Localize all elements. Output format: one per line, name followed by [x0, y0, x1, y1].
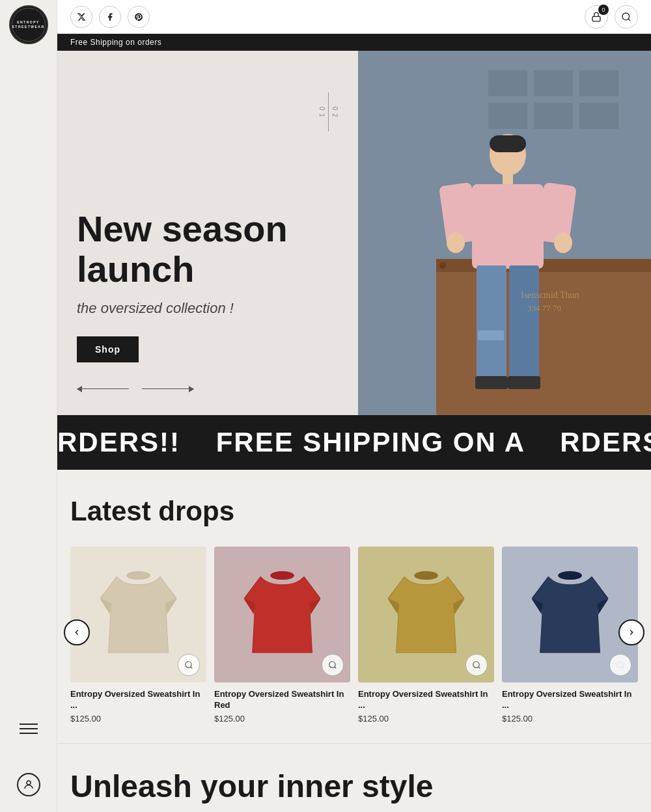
svg-rect-7	[579, 70, 618, 96]
free-shipping-text: Free Shipping on orders	[70, 38, 161, 47]
svg-text:334 77 70: 334 77 70	[527, 303, 561, 313]
marquee-text: RDERS!! FREE SHIPPING ON A RDERS!! FREE …	[57, 427, 651, 458]
pinterest-button[interactable]	[128, 6, 150, 28]
product-price-3: $125.00	[358, 714, 494, 724]
svg-point-22	[447, 232, 465, 253]
bottom-title: Unleash your inner style	[70, 770, 638, 804]
products-grid: Entropy Oversized Sweatshirt In ... $125…	[70, 547, 638, 724]
svg-rect-25	[509, 265, 539, 383]
main-content: 0 Free Shipping on orders 0 2 0 1 New se…	[57, 0, 651, 812]
nav-right-actions: 0	[585, 5, 638, 29]
social-links	[70, 6, 150, 28]
products-prev-button[interactable]	[64, 619, 90, 645]
menu-button[interactable]	[20, 724, 38, 734]
products-row: Entropy Oversized Sweatshirt In ... $125…	[70, 547, 638, 724]
svg-point-13	[439, 262, 446, 269]
svg-rect-5	[488, 70, 527, 96]
twitter-x-button[interactable]	[70, 6, 92, 28]
product-image-cream	[70, 547, 206, 683]
svg-rect-26	[478, 331, 504, 340]
svg-point-23	[554, 232, 572, 253]
brand-logo-text: ENTROPY STREETWEAR	[12, 20, 45, 29]
svg-point-31	[126, 571, 150, 580]
svg-text:Isenscmid Thun: Isenscmid Thun	[521, 290, 579, 300]
quick-view-button-1[interactable]	[178, 654, 200, 676]
hero-subtitle: the oversized collection !	[77, 300, 332, 317]
product-card[interactable]: Entropy Oversized Sweatshirt In ... $125…	[70, 547, 206, 724]
slide-num-bottom: 0 1	[318, 107, 326, 118]
product-image-tan	[358, 547, 494, 683]
product-name-3: Entropy Oversized Sweatshirt In ...	[358, 689, 494, 711]
hero-image: Isenscmid Thun 334 77 70	[358, 51, 651, 415]
svg-point-32	[186, 662, 191, 668]
top-navigation: 0	[57, 0, 651, 34]
svg-point-38	[617, 662, 623, 668]
quick-view-button-3[interactable]	[465, 654, 488, 676]
svg-rect-17	[490, 135, 526, 152]
product-name-2: Entropy Oversized Sweatshirt In Red	[214, 689, 350, 711]
product-price-2: $125.00	[214, 714, 350, 724]
brand-logo[interactable]: ENTROPY STREETWEAR	[9, 5, 48, 44]
quick-view-button-2[interactable]	[322, 654, 344, 676]
menu-icon-line	[20, 724, 38, 725]
product-price-4: $125.00	[502, 714, 638, 724]
svg-rect-19	[472, 184, 544, 269]
svg-rect-6	[534, 70, 573, 96]
hero-navigation-arrows	[77, 388, 332, 390]
svg-rect-27	[475, 376, 508, 389]
svg-point-0	[27, 781, 31, 785]
hero-section: 0 2 0 1 New season launch the oversized …	[57, 51, 651, 415]
svg-rect-11	[436, 259, 651, 415]
latest-drops-title: Latest drops	[70, 496, 638, 527]
cart-badge: 0	[598, 5, 609, 15]
hero-next-arrow[interactable]	[142, 388, 194, 390]
slide-num-top: 0 2	[331, 107, 339, 118]
svg-rect-28	[508, 376, 540, 389]
user-account-button[interactable]	[17, 773, 40, 796]
bottom-section: Unleash your inner style	[57, 743, 651, 804]
svg-rect-10	[579, 103, 618, 129]
product-name-4: Entropy Oversized Sweatshirt In ...	[502, 689, 638, 711]
sidebar: ENTROPY STREETWEAR	[0, 0, 57, 812]
hero-prev-arrow[interactable]	[77, 388, 129, 390]
svg-point-33	[270, 571, 294, 580]
product-price-1: $125.00	[70, 714, 206, 724]
product-card[interactable]: Entropy Oversized Sweatshirt In Red $125…	[214, 547, 350, 724]
products-next-button[interactable]	[618, 619, 644, 645]
svg-point-35	[414, 571, 438, 580]
menu-icon-line	[20, 728, 38, 729]
hero-title: New season launch	[77, 209, 332, 289]
svg-rect-9	[534, 103, 573, 129]
svg-rect-24	[477, 265, 506, 383]
marquee-banner: RDERS!! FREE SHIPPING ON A RDERS!! FREE …	[57, 415, 651, 470]
search-button[interactable]	[615, 5, 638, 29]
svg-point-34	[329, 662, 335, 668]
slide-line	[328, 92, 329, 131]
free-shipping-bar: Free Shipping on orders	[57, 34, 651, 51]
svg-point-2	[622, 13, 630, 20]
svg-point-37	[558, 571, 582, 580]
svg-rect-1	[592, 16, 600, 21]
hero-content: 0 2 0 1 New season launch the oversized …	[57, 51, 358, 415]
product-image-navy	[502, 547, 638, 683]
svg-point-36	[473, 662, 479, 668]
facebook-button[interactable]	[99, 6, 121, 28]
product-card[interactable]: Entropy Oversized Sweatshirt In ... $125…	[358, 547, 494, 724]
quick-view-button-4[interactable]	[609, 654, 631, 676]
product-card[interactable]: Entropy Oversized Sweatshirt In ... $125…	[502, 547, 638, 724]
product-image-red	[214, 547, 350, 683]
menu-icon-line	[20, 733, 38, 734]
latest-drops-section: Latest drops	[57, 470, 651, 743]
product-name-1: Entropy Oversized Sweatshirt In ...	[70, 689, 206, 711]
cart-button[interactable]: 0	[585, 5, 608, 29]
hero-shop-button[interactable]: Shop	[77, 336, 139, 362]
slide-indicator: 0 2 0 1	[318, 90, 339, 134]
svg-rect-8	[488, 103, 527, 129]
